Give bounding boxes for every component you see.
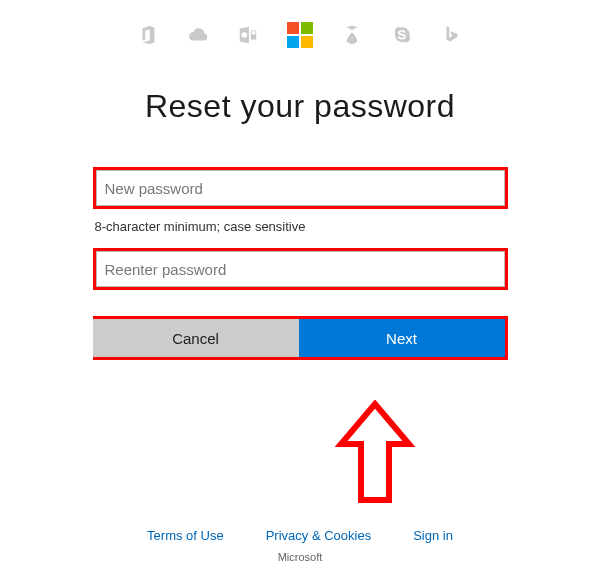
- button-row: Cancel Next: [93, 316, 508, 360]
- privacy-link[interactable]: Privacy & Cookies: [266, 528, 371, 543]
- page-title: Reset your password: [93, 88, 508, 125]
- brand-icon-row: [0, 0, 600, 48]
- outlook-icon: [237, 24, 259, 46]
- password-hint: 8-character minimum; case sensitive: [95, 219, 508, 234]
- new-password-input[interactable]: [96, 170, 505, 206]
- reset-password-form: Reset your password 8-character minimum;…: [93, 88, 508, 360]
- onedrive-icon: [187, 24, 209, 46]
- microsoft-logo-icon: [287, 22, 313, 48]
- footer-links: Terms of Use Privacy & Cookies Sign in: [0, 528, 600, 543]
- annotation-arrow-icon: [335, 400, 415, 514]
- office-icon: [137, 24, 159, 46]
- footer: Terms of Use Privacy & Cookies Sign in M…: [0, 528, 600, 563]
- reenter-password-input[interactable]: [96, 251, 505, 287]
- xbox-icon: [341, 24, 363, 46]
- footer-brand: Microsoft: [0, 551, 600, 563]
- skype-icon: [391, 24, 413, 46]
- highlight-reenter-password: [93, 248, 508, 290]
- sign-in-link[interactable]: Sign in: [413, 528, 453, 543]
- highlight-new-password: [93, 167, 508, 209]
- terms-link[interactable]: Terms of Use: [147, 528, 224, 543]
- cancel-button[interactable]: Cancel: [93, 319, 299, 357]
- bing-icon: [441, 24, 463, 46]
- next-button[interactable]: Next: [299, 319, 505, 357]
